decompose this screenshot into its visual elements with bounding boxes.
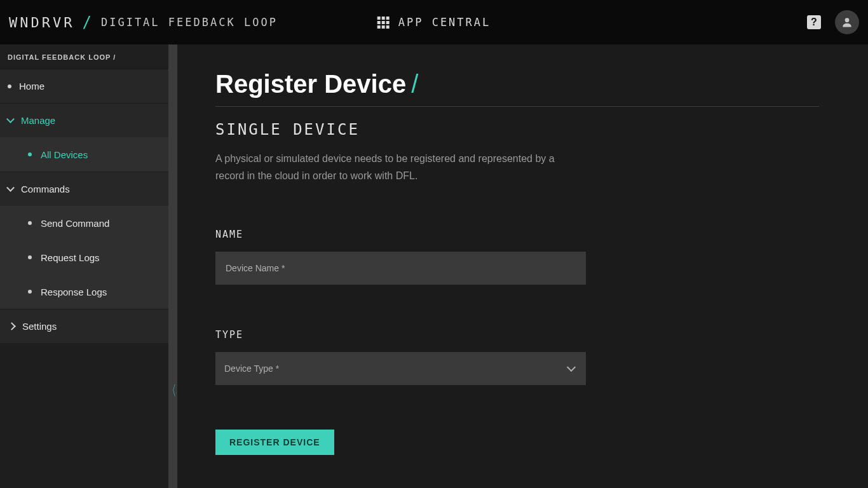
sidebar-item-label: Settings — [22, 321, 57, 332]
device-name-field[interactable] — [215, 252, 586, 285]
bullet-icon — [8, 85, 11, 88]
sidebar-resize-handle[interactable]: 〈 — [168, 44, 177, 488]
type-field-label: TYPE — [215, 329, 830, 341]
sidebar-item-manage[interactable]: Manage — [0, 103, 168, 137]
brand-logo: WNDRVR — [9, 15, 74, 30]
user-avatar[interactable] — [835, 10, 859, 34]
sidebar-item-settings[interactable]: Settings — [0, 309, 168, 343]
sidebar-item-label: Manage — [21, 115, 55, 126]
sidebar-sub-label: All Devices — [41, 149, 88, 160]
brand-app-name: DIGITAL FEEDBACK LOOP — [101, 16, 278, 29]
name-field-label: NAME — [215, 229, 830, 240]
chevron-down-icon — [6, 184, 15, 192]
device-name-input[interactable] — [224, 262, 577, 274]
device-type-placeholder: Device Type * — [224, 363, 279, 374]
sidebar-item-label: Commands — [21, 184, 70, 194]
register-device-button[interactable]: REGISTER DEVICE — [215, 430, 334, 455]
chevron-down-icon — [6, 115, 15, 123]
collapse-arrow-icon: 〈 — [168, 381, 176, 400]
sidebar-sub-label: Response Logs — [41, 287, 107, 297]
sidebar-sub-all-devices[interactable]: All Devices — [0, 137, 168, 172]
app-central-label: APP CENTRAL — [398, 16, 491, 29]
sidebar-sub-request-logs[interactable]: Request Logs — [0, 240, 168, 274]
section-title: SINGLE DEVICE — [215, 121, 830, 139]
sidebar-sub-label: Send Command — [41, 218, 109, 229]
sidebar-item-commands[interactable]: Commands — [0, 172, 168, 206]
person-icon — [841, 16, 853, 29]
sidebar-sub-send-command[interactable]: Send Command — [0, 206, 168, 240]
sidebar-breadcrumb: DIGITAL FEEDBACK LOOP / — [0, 44, 168, 69]
title-slash-icon: / — [411, 70, 418, 98]
sidebar-sub-response-logs[interactable]: Response Logs — [0, 274, 168, 309]
brand-block: WNDRVR / DIGITAL FEEDBACK LOOP — [9, 13, 278, 31]
bullet-icon — [28, 290, 32, 294]
page-title: Register Device / — [215, 70, 830, 98]
help-icon[interactable]: ? — [807, 15, 821, 29]
chevron-right-icon — [8, 322, 16, 330]
svg-point-0 — [845, 18, 850, 22]
sidebar-item-home[interactable]: Home — [0, 69, 168, 103]
sidebar-sub-label: Request Logs — [41, 252, 100, 263]
top-bar-right: ? — [807, 10, 859, 34]
sidebar: DIGITAL FEEDBACK LOOP / Home Manage All … — [0, 44, 168, 488]
app-central-link[interactable]: APP CENTRAL — [377, 16, 491, 29]
chevron-down-icon — [567, 363, 576, 372]
bullet-icon — [28, 255, 32, 259]
page-title-text: Register Device — [215, 70, 406, 98]
sidebar-item-label: Home — [19, 81, 44, 92]
title-divider — [215, 106, 819, 107]
apps-grid-icon — [377, 17, 390, 29]
main-content: Register Device / SINGLE DEVICE A physic… — [177, 44, 868, 488]
brand-slash-icon: / — [82, 13, 93, 31]
bullet-icon — [28, 221, 32, 225]
bullet-icon — [28, 152, 32, 156]
device-type-select[interactable]: Device Type * — [215, 352, 586, 385]
top-bar: WNDRVR / DIGITAL FEEDBACK LOOP APP CENTR… — [0, 0, 868, 44]
section-description: A physical or simulated device needs to … — [215, 150, 584, 184]
